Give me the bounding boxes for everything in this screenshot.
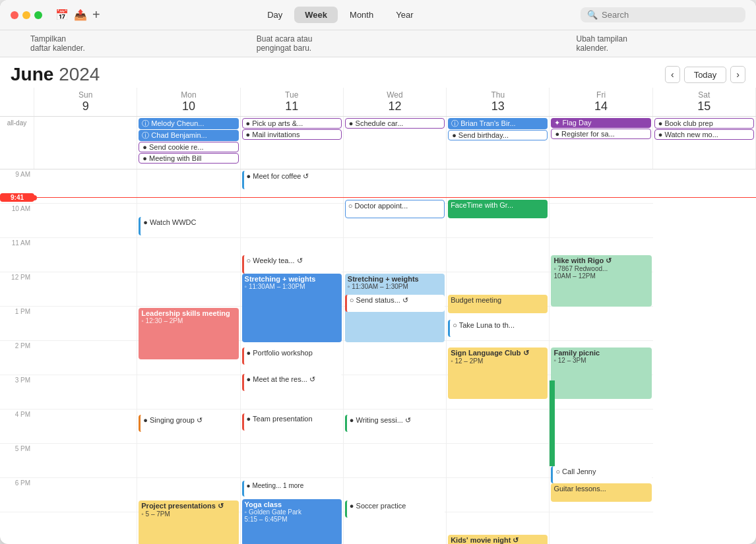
event-register[interactable]: ● Register for sa... (551, 129, 650, 139)
titlebar: 📅 📤 + Day Week Month Year 🔍 (0, 0, 756, 30)
allday-wed: ● Schedule car... (344, 117, 447, 169)
day-header-sun: Sun 9 (34, 88, 137, 116)
allday-row: all-day ⓘ Melody Cheun... ⓘ Chad Benjami… (0, 117, 756, 169)
tooltip-change-view: Ubah tampilan kalender. (576, 34, 627, 53)
time-12pm: 12 PM (0, 272, 34, 307)
event-facetime[interactable]: FaceTime with Gr... (448, 200, 548, 218)
calendar-list-icon[interactable]: 📅 (55, 9, 69, 21)
event-meeting-more[interactable]: ● Meeting... 1 more (242, 481, 342, 497)
inbox-icon[interactable]: 📤 (74, 9, 87, 21)
event-family-picnic[interactable]: Family picnic ◦ 12 – 3PM (551, 348, 651, 399)
day-headers: Sun 9 Mon 10 Tue 11 Wed 12 Thu 13 Fri 14 (0, 88, 756, 117)
search-icon: 🔍 (587, 10, 598, 20)
toolbar-icons: 📅 📤 + (55, 7, 100, 22)
event-guitar[interactable]: Guitar lessons... (551, 483, 651, 502)
tab-month[interactable]: Month (339, 7, 384, 23)
event-writing[interactable]: ● Writing sessi... ↺ (345, 415, 445, 432)
day-header-sat: Sat 15 (653, 88, 756, 116)
time-indicator-line (37, 197, 756, 198)
event-send-cookie[interactable]: ● Send cookie re... (139, 142, 238, 152)
event-brian-bday[interactable]: ⓘ Brian Tran's Bir... (448, 118, 548, 129)
time-1pm: 1 PM (0, 307, 34, 341)
event-doctor-label[interactable]: ○ Doctor appoint... (345, 200, 445, 218)
allday-tue: ● Pick up arts &... ● Mail invitations (241, 117, 344, 169)
time-3pm: 3 PM (0, 375, 34, 409)
event-kids-movie[interactable]: Kids' movie night ↺ (448, 535, 548, 544)
event-weekly-tea[interactable]: ○ Weekly tea... ↺ (242, 255, 342, 274)
event-singing[interactable]: ● Singing group ↺ (139, 415, 238, 432)
event-hike[interactable]: Hike with Rigo ↺ ◦ 7867 Redwood... 10AM … (551, 255, 651, 307)
time-labels-col: 9 AM 10 AM 11 AM 12 PM 1 PM 2 PM 3 PM 4 … (0, 169, 34, 544)
event-schedule-car[interactable]: ● Schedule car... (345, 118, 445, 129)
prev-week-button[interactable]: ‹ (665, 66, 680, 83)
minimize-button[interactable] (22, 11, 30, 19)
time-5pm: 5 PM (0, 444, 34, 478)
event-meet-coffee[interactable]: ● Meet for coffee ↺ (242, 171, 342, 189)
event-send-status[interactable]: ○ Send status... ↺ (345, 295, 445, 312)
event-portfolio[interactable]: ● Portfolio workshop (242, 348, 342, 365)
next-week-button[interactable]: › (730, 66, 745, 83)
event-yoga[interactable]: Yoga class ◦ Golden Gate Park 5:15 – 6:4… (242, 499, 342, 544)
tooltip-calendars: Tampilkan daftar kalender. (30, 34, 85, 53)
event-watch-movie[interactable]: ● Watch new mo... (654, 129, 754, 140)
event-book-club[interactable]: ● Book club prep (654, 118, 754, 129)
event-pickup-arts[interactable]: ● Pick up arts &... (242, 118, 342, 129)
tab-year[interactable]: Year (385, 7, 424, 23)
event-mail-inv[interactable]: ● Mail invitations (242, 129, 342, 140)
time-indicator-dot (32, 195, 37, 200)
event-stretching-tue[interactable]: Stretching + weights ◦ 11:30AM – 1:30PM (242, 274, 342, 342)
search-area[interactable]: 🔍 (581, 7, 745, 22)
allday-fri: ✦ Flag Day ● Register for sa... (550, 117, 652, 169)
day-header-fri: Fri 14 (550, 88, 652, 116)
event-soccer[interactable]: ● Soccer practice (345, 500, 445, 518)
event-green-bar (550, 380, 555, 466)
allday-thu: ⓘ Brian Tran's Bir... ● Send birthday... (447, 117, 550, 169)
event-call-jenny[interactable]: ○ Call Jenny (551, 466, 651, 483)
allday-sat: ● Book club prep ● Watch new mo... (653, 117, 756, 169)
event-chad[interactable]: ⓘ Chad Benjamin... (139, 130, 238, 141)
event-send-bday[interactable]: ● Send birthday... (448, 130, 548, 140)
day-col-wed: ○ Doctor appoint... Stretching + weights… (344, 169, 447, 544)
today-button[interactable]: Today (684, 67, 727, 83)
maximize-button[interactable] (34, 11, 42, 19)
close-button[interactable] (11, 11, 18, 19)
time-4pm: 4 PM (0, 409, 34, 444)
time-grid: 9 AM 10 AM 11 AM 12 PM 1 PM 2 PM 3 PM 4 … (0, 169, 756, 544)
calendar-window: 📅 📤 + Day Week Month Year 🔍 Tampilkan da… (0, 0, 756, 544)
event-leadership[interactable]: Leadership skills meeting ◦ 12:30 – 2PM (139, 308, 238, 359)
event-watch-wwdc[interactable]: ● Watch WWDC (139, 217, 238, 235)
tab-week[interactable]: Week (294, 7, 338, 23)
month-title: June 2024 (11, 64, 100, 85)
month-header: June 2024 ‹ Today › (0, 57, 756, 88)
tab-day[interactable]: Day (257, 7, 293, 23)
day-col-tue: ● Meet for coffee ↺ ○ Weekly tea... ↺ St… (241, 169, 344, 544)
event-flag-day[interactable]: ✦ Flag Day (551, 118, 650, 128)
event-sign-lang[interactable]: Sign Language Club ↺ ◦ 12 – 2PM (448, 348, 548, 399)
event-project-pres[interactable]: Project presentations ↺ ◦ 5 – 7PM (139, 500, 238, 544)
tooltip-new-event: Buat acara atau pengingat baru. (257, 34, 313, 53)
add-event-button[interactable]: + (92, 7, 100, 22)
day-col-sun (34, 169, 137, 544)
allday-label: all-day (0, 117, 34, 169)
traffic-lights (11, 11, 42, 19)
day-header-wed: Wed 12 (344, 88, 447, 116)
time-spacer (0, 88, 34, 116)
allday-mon: ⓘ Melody Cheun... ⓘ Chad Benjamin... ● S… (137, 117, 240, 169)
event-luna[interactable]: ○ Take Luna to th... (448, 320, 548, 337)
day-header-tue: Tue 11 (241, 88, 344, 116)
view-tabs: Day Week Month Year (108, 7, 573, 23)
allday-sun (34, 117, 137, 169)
current-time-label: 9:41 (0, 193, 34, 202)
search-input[interactable] (602, 10, 734, 20)
nav-arrows: ‹ Today › (665, 66, 745, 83)
event-budget[interactable]: Budget meeting (448, 295, 548, 313)
time-6pm: 6 PM (0, 478, 34, 512)
event-melody[interactable]: ⓘ Melody Cheun... (139, 118, 238, 129)
event-team-pres[interactable]: ● Team presentation (242, 413, 342, 431)
event-meeting-bill[interactable]: ● Meeting with Bill (139, 153, 238, 164)
event-meet-res[interactable]: ● Meet at the res... ↺ (242, 374, 342, 391)
calendar-grid: Sun 9 Mon 10 Tue 11 Wed 12 Thu 13 Fri 14 (0, 88, 756, 544)
day-header-thu: Thu 13 (447, 88, 550, 116)
day-col-thu: FaceTime with Gr... Budget meeting ○ Tak… (447, 169, 550, 544)
time-2pm: 2 PM (0, 341, 34, 375)
